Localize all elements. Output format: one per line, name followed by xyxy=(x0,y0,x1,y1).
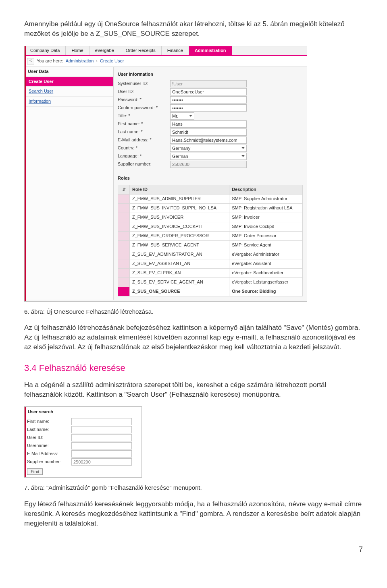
search-form-row: Last name: xyxy=(25,426,141,434)
sidebar-item-information[interactable]: Information xyxy=(25,97,113,107)
search-form-row: First name: xyxy=(25,418,141,426)
role-select-cell[interactable] xyxy=(118,204,130,213)
role-description-cell: eVergabe: Leistungserfasser xyxy=(229,277,303,287)
field-label: User ID: xyxy=(118,89,170,95)
role-description-cell: SMP: Order Processor xyxy=(229,232,303,241)
role-select-cell[interactable] xyxy=(118,259,130,268)
roles-row[interactable]: Z_SUS_EV_ADMINISTRATOR_ANeVergabe: Admin… xyxy=(118,250,303,259)
roles-row[interactable]: Z_FMW_SUS_SERVICE_AGENTSMP: Service Agen… xyxy=(118,241,303,250)
tab-evergabe[interactable]: eVergabe xyxy=(89,46,120,55)
field-label: Confirm password: * xyxy=(118,105,170,111)
find-button[interactable]: Find xyxy=(27,468,43,475)
left-sidebar: User Data Create UserSearch UserInformat… xyxy=(25,67,114,300)
roles-row[interactable]: Z_SUS_EV_SERVICE_AGENT_ANeVergabe: Leist… xyxy=(118,277,303,287)
form-row: Language: *German xyxy=(118,152,303,160)
page-number: 7 xyxy=(24,544,363,555)
final-paragraph: Egy létező felhasználó keresésének leggy… xyxy=(24,499,363,528)
tab-order-receipts[interactable]: Order Receipts xyxy=(120,46,162,55)
role-select-cell[interactable] xyxy=(118,213,130,222)
search-form-row: Username: xyxy=(25,442,141,450)
chevron-down-icon xyxy=(241,147,245,149)
breadcrumb-back-button[interactable]: < xyxy=(27,58,34,64)
role-id-cell: Z_FMW_SUS_INVITED_SUPPL_NO_LSA xyxy=(130,204,229,213)
role-select-cell[interactable] xyxy=(118,287,130,296)
search-text-field[interactable] xyxy=(71,418,132,425)
tab-company-data[interactable]: Company Data xyxy=(25,46,66,55)
form-row: Last name: *Schmidt xyxy=(118,128,303,136)
search-form-row: Supplier number:2500290 xyxy=(25,458,141,466)
roles-row[interactable]: Z_FMW_SUS_ADMIN_SUPPLIERSMP: Supplier Ad… xyxy=(118,195,303,204)
text-field[interactable]: ••••••• xyxy=(170,104,247,112)
role-id-cell: Z_FMW_SUS_INVOICE_COCKPIT xyxy=(130,222,229,232)
role-description-cell: eVergabe: Sachbearbeiter xyxy=(229,268,303,277)
role-description-cell: One Source: Bidding xyxy=(229,287,303,296)
form-row: Confirm password: *••••••• xyxy=(118,104,303,112)
roles-row[interactable]: Z_FMW_SUS_ORDER_PROCESSORSMP: Order Proc… xyxy=(118,232,303,241)
roles-row[interactable]: Z_SUS_EV_ASSISTANT_ANeVergabe: Assistent xyxy=(118,259,303,268)
text-field[interactable]: ••••••• xyxy=(170,96,247,104)
form-row: Supplier number:2502630 xyxy=(118,160,303,168)
search-text-field[interactable] xyxy=(71,442,132,449)
roles-row[interactable]: Z_FMW_SUS_INVITED_SUPPL_NO_LSASMP: Regis… xyxy=(118,204,303,213)
form-row: Password: *••••••• xyxy=(118,96,303,104)
field-label: Systemuser ID: xyxy=(118,81,170,87)
role-select-cell[interactable] xyxy=(118,232,130,241)
role-description-cell: SMP: Invoicer xyxy=(229,213,303,222)
tab-finance[interactable]: Finance xyxy=(162,46,189,55)
role-description-cell: SMP: Service Agent xyxy=(229,241,303,250)
search-text-field[interactable] xyxy=(71,450,132,458)
sidebar-item-search-user[interactable]: Search User xyxy=(25,87,113,97)
search-text-field[interactable]: 2500290 xyxy=(71,458,132,466)
search-text-field[interactable] xyxy=(71,434,132,441)
role-id-cell: Z_FMW_SUS_ADMIN_SUPPLIER xyxy=(130,195,229,204)
field-label: Password: * xyxy=(118,97,170,103)
roles-header-icon[interactable]: ⇵ xyxy=(118,185,130,195)
role-select-cell[interactable] xyxy=(118,222,130,232)
dropdown-field[interactable]: Mr. xyxy=(170,112,194,120)
roles-row[interactable]: Z_FMW_SUS_INVOICE_COCKPITSMP: Invoice Co… xyxy=(118,222,303,232)
role-description-cell: eVergabe: Assistent xyxy=(229,259,303,268)
screenshot-create-user: Company DataHomeeVergabeOrder ReceiptsFi… xyxy=(24,46,307,302)
role-select-cell[interactable] xyxy=(118,241,130,250)
dropdown-field[interactable]: German xyxy=(170,153,247,160)
text-field[interactable]: Hans.Schmidt@telesystems.com xyxy=(170,137,247,144)
search-text-field[interactable] xyxy=(71,426,132,433)
role-description-cell: SMP: Invoice Cockpit xyxy=(229,222,303,232)
roles-row[interactable]: Z_SUS_EV_CLERK_ANeVergabe: Sachbearbeite… xyxy=(118,268,303,277)
figure-7-caption: 7. ábra: "Adminisztráció" gomb "Felhaszn… xyxy=(24,483,363,492)
breadcrumb-link-create-user[interactable]: Create User xyxy=(100,58,124,64)
roles-header-role-id: Role ID xyxy=(130,185,229,195)
text-field[interactable]: OneSourceUser xyxy=(170,88,247,95)
dropdown-field[interactable]: Germany xyxy=(170,145,247,152)
role-description-cell: SMP: Registration without LSA xyxy=(229,204,303,213)
role-select-cell[interactable] xyxy=(118,268,130,277)
roles-row[interactable]: Z_SUS_ONE_SOURCEOne Source: Bidding xyxy=(118,287,303,296)
sidebar-item-create-user[interactable]: Create User xyxy=(25,77,113,87)
role-select-cell[interactable] xyxy=(118,195,130,204)
text-field[interactable]: Schmidt xyxy=(170,128,247,136)
role-id-cell: Z_FMW_SUS_INVOICER xyxy=(130,213,229,222)
form-row: User ID:OneSourceUser xyxy=(118,88,303,96)
breadcrumb-you-are-here: You are here: xyxy=(37,58,63,64)
field-label: First name: xyxy=(27,418,71,425)
breadcrumb-link-administration[interactable]: Administration xyxy=(66,58,94,64)
tab-home[interactable]: Home xyxy=(66,46,89,55)
role-select-cell[interactable] xyxy=(118,250,130,259)
role-id-cell: Z_SUS_EV_SERVICE_AGENT_AN xyxy=(130,277,229,287)
chevron-down-icon xyxy=(241,155,245,157)
tab-administration[interactable]: Administration xyxy=(189,46,232,55)
figure-6-caption: 6. ábra: Új OneSource Felhasználó létreh… xyxy=(24,307,363,316)
role-id-cell: Z_SUS_ONE_SOURCE xyxy=(130,287,229,296)
field-label: Language: * xyxy=(118,153,170,159)
field-label: Supplier number: xyxy=(27,459,71,465)
panel-title-user-information: User information xyxy=(118,70,303,80)
decorative-red-bar xyxy=(25,46,26,301)
form-row: Country: *Germany xyxy=(118,144,303,152)
role-select-cell[interactable] xyxy=(118,277,130,287)
text-field: !User xyxy=(170,80,247,87)
roles-table: ⇵ Role ID Description Z_FMW_SUS_ADMIN_SU… xyxy=(118,185,303,296)
section-3-4-heading: 3.4 Felhasználó keresése xyxy=(24,362,363,375)
text-field[interactable]: Hans xyxy=(170,120,247,128)
role-description-cell: eVergabe: Administrator xyxy=(229,250,303,259)
roles-row[interactable]: Z_FMW_SUS_INVOICERSMP: Invoicer xyxy=(118,213,303,222)
